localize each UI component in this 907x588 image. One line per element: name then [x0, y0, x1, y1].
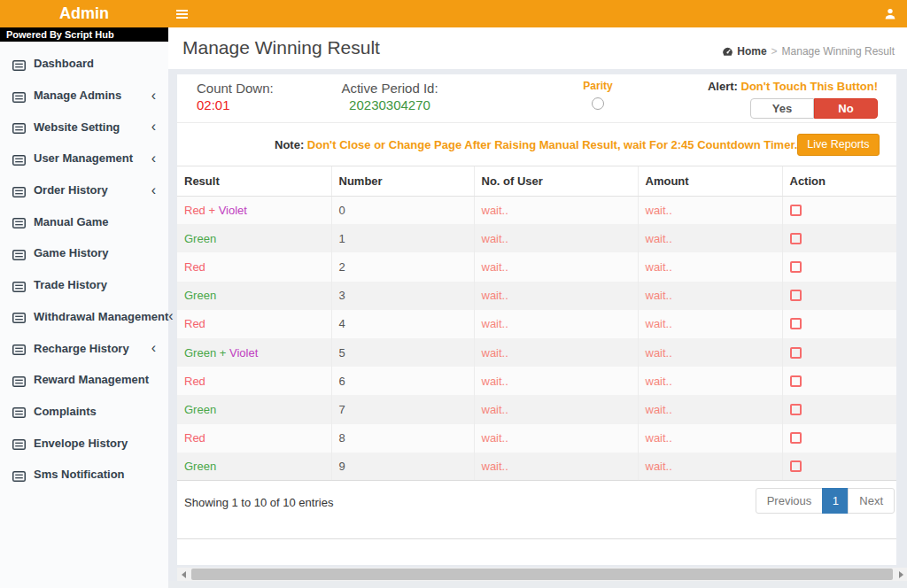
user-icon[interactable] — [884, 8, 896, 19]
column-header-result: Result — [177, 166, 331, 196]
number-cell: 1 — [331, 224, 474, 252]
action-cell — [782, 310, 896, 338]
action-checkbox[interactable] — [790, 347, 802, 359]
sidebar-item-complaints[interactable]: Complaints ‹ — [0, 396, 168, 428]
alert-prefix: Alert: — [708, 80, 738, 93]
action-checkbox[interactable] — [790, 205, 802, 216]
number-cell: 5 — [331, 338, 474, 367]
action-cell — [782, 367, 896, 395]
results-table: ResultNumberNo. of UserAmountAction Red … — [177, 166, 896, 481]
list-icon — [12, 469, 26, 480]
alert-text: Don't Touch This Button! — [741, 80, 878, 93]
list-icon — [12, 406, 26, 416]
action-cell — [782, 196, 896, 224]
amount-cell: wait.. — [638, 282, 782, 310]
sidebar-item-game-history[interactable]: Game History ‹ — [0, 237, 168, 269]
column-header-amount: Amount — [638, 166, 782, 196]
sidebar-item-user-management[interactable]: User Management ‹ — [0, 143, 168, 174]
previous-page-button[interactable]: Previous — [756, 488, 824, 514]
number-cell: 8 — [331, 424, 474, 453]
action-cell — [782, 453, 896, 481]
amount-cell: wait.. — [638, 196, 782, 224]
sidebar-item-envelope-history[interactable]: Envelope History ‹ — [0, 427, 168, 459]
table-row: Green1wait..wait.. — [177, 224, 896, 252]
note-row: Note: Don't Close or Change Page After R… — [177, 122, 896, 166]
sidebar-item-recharge-history[interactable]: Recharge History ‹ — [0, 332, 168, 364]
status-panel: Count Down: 02:01 Active Period Id: 2023… — [177, 74, 896, 122]
amount-cell: wait.. — [638, 310, 782, 338]
action-checkbox[interactable] — [790, 460, 802, 472]
divider — [177, 538, 896, 539]
no-of-user-cell: wait.. — [474, 224, 638, 252]
action-checkbox[interactable] — [790, 290, 802, 301]
breadcrumb-home-link[interactable]: Home — [722, 45, 766, 58]
sidebar-item-manage-admins[interactable]: Manage Admins ‹ — [0, 80, 168, 112]
showing-entries-text: Showing 1 to 10 of 10 entries — [184, 496, 333, 509]
sidebar-item-label: Recharge History — [34, 342, 151, 355]
sidebar-item-label: Dashboard — [34, 57, 151, 70]
result-cell: Green — [177, 282, 331, 310]
scroll-right-arrow[interactable] — [895, 568, 907, 581]
amount-cell: wait.. — [638, 395, 782, 423]
list-icon — [12, 58, 26, 69]
action-cell — [782, 282, 896, 310]
page-1-button[interactable]: 1 — [822, 488, 849, 514]
next-page-button[interactable]: Next — [848, 488, 895, 514]
sidebar-item-reward-management[interactable]: Reward Management ‹ — [0, 364, 168, 396]
amount-cell: wait.. — [638, 338, 782, 367]
action-checkbox[interactable] — [790, 261, 802, 273]
sidebar-item-withdrawal-management[interactable]: Withdrawal Management ‹ — [0, 301, 168, 333]
sidebar-item-label: Complaints — [34, 405, 151, 418]
sidebar-item-website-setting[interactable]: Website Setting ‹ — [0, 111, 168, 143]
no-button[interactable]: No — [814, 98, 878, 119]
action-cell — [782, 424, 896, 453]
result-cell: Red — [177, 424, 331, 453]
sidebar-item-label: Manage Admins — [34, 89, 151, 102]
no-of-user-cell: wait.. — [474, 196, 638, 224]
action-checkbox[interactable] — [790, 432, 802, 444]
parity-block: Parity — [549, 80, 647, 110]
page-title: Manage Winning Result — [182, 37, 380, 58]
amount-cell: wait.. — [638, 453, 782, 481]
action-checkbox[interactable] — [790, 233, 802, 244]
list-icon — [12, 280, 26, 290]
sidebar-item-label: User Management — [34, 151, 151, 165]
sidebar-item-sms-notification[interactable]: Sms Notification ‹ — [0, 459, 168, 491]
amount-cell: wait.. — [638, 224, 782, 252]
scroll-left-arrow[interactable] — [177, 568, 190, 581]
active-period-value: 20230304270 — [319, 97, 461, 112]
result-cell: Green — [177, 395, 331, 423]
number-cell: 3 — [331, 282, 474, 310]
sidebar-menu: Dashboard ‹ Manage Admins ‹ Website Sett… — [0, 42, 168, 491]
sidebar-item-manual-game[interactable]: Manual Game ‹ — [0, 205, 168, 237]
hamburger-menu-button[interactable] — [168, 0, 204, 27]
sidebar-item-trade-history[interactable]: Trade History ‹ — [0, 269, 168, 301]
table-header-row: ResultNumberNo. of UserAmountAction — [177, 166, 896, 196]
sidebar-item-dashboard[interactable]: Dashboard ‹ — [0, 48, 168, 80]
note-text: Note: Don't Close or Change Page After R… — [275, 138, 797, 151]
action-checkbox[interactable] — [790, 404, 802, 415]
yes-button[interactable]: Yes — [750, 98, 814, 119]
yes-no-toggle: Yes No — [750, 98, 878, 119]
table-row: Green + Violet5wait..wait.. — [177, 338, 896, 367]
sidebar-item-order-history[interactable]: Order History ‹ — [0, 174, 168, 206]
horizontal-scrollbar[interactable] — [177, 568, 907, 581]
action-checkbox[interactable] — [790, 318, 802, 329]
breadcrumb-home-label: Home — [737, 45, 766, 58]
scrollbar-thumb[interactable] — [191, 569, 893, 580]
list-icon — [12, 153, 26, 164]
action-checkbox[interactable] — [790, 375, 802, 387]
breadcrumb-separator: > — [771, 45, 778, 58]
list-icon — [12, 343, 26, 353]
no-of-user-cell: wait.. — [474, 338, 638, 367]
parity-radio[interactable] — [592, 97, 604, 110]
table-row: Red6wait..wait.. — [177, 367, 896, 395]
column-header-action: Action — [782, 166, 896, 196]
no-of-user-cell: wait.. — [474, 310, 638, 338]
chevron-left-icon: ‹ — [151, 120, 156, 134]
sidebar-item-label: Game History — [34, 246, 151, 259]
chevron-left-icon: ‹ — [151, 151, 156, 166]
table-row: Green3wait..wait.. — [177, 282, 896, 310]
countdown-block: Count Down: 02:01 — [197, 81, 274, 112]
live-reports-button[interactable]: Live Reports — [797, 134, 879, 156]
